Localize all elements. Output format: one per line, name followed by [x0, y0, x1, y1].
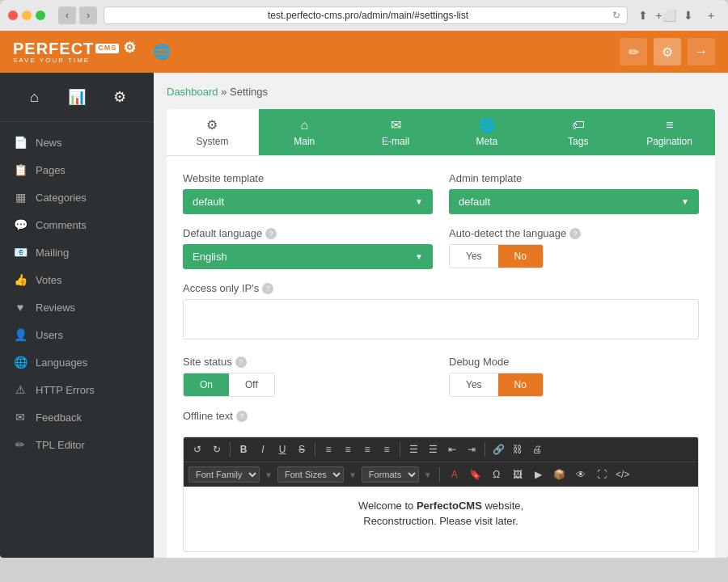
website-template-select[interactable]: default ▼: [183, 189, 433, 214]
auto-detect-group: Auto-detect the language ? Yes No: [449, 227, 699, 269]
sidebar-item-news[interactable]: 📄 News: [0, 129, 154, 156]
languages-icon: 🌐: [13, 356, 28, 369]
rte-indent-decrease-button[interactable]: ⇤: [443, 441, 461, 458]
edit-icon-button[interactable]: ✏: [620, 38, 647, 65]
rte-preview-button[interactable]: 👁: [572, 466, 590, 483]
sidebar-item-mailing[interactable]: 📧 Mailing: [0, 238, 154, 266]
breadcrumb-home-link[interactable]: Dashboard: [167, 86, 218, 98]
rte-italic-button[interactable]: I: [254, 441, 272, 458]
rte-align-right-button[interactable]: ≡: [358, 441, 376, 458]
default-language-select[interactable]: English ▼: [183, 244, 433, 269]
back-button[interactable]: ‹: [58, 6, 76, 24]
site-status-label: Site status ?: [183, 356, 433, 368]
rte-body[interactable]: Welcome to PerfectoCMS website, Reconstr…: [184, 487, 698, 551]
refresh-icon[interactable]: ↻: [612, 10, 620, 21]
rte-separator-5: [439, 467, 440, 482]
tab-pagination[interactable]: ≡ Pagination: [624, 109, 715, 155]
offline-text-info-icon[interactable]: ?: [236, 411, 248, 422]
tab-tags[interactable]: 🏷 Tags: [532, 109, 624, 155]
rte-list-ordered-button[interactable]: ☰: [424, 441, 442, 458]
sidebar-item-comments[interactable]: 💬 Comments: [0, 211, 154, 238]
admin-template-label: Admin template: [449, 172, 699, 184]
rte-flash-button[interactable]: 📦: [551, 466, 569, 483]
rte-align-center-button[interactable]: ≡: [339, 441, 357, 458]
url-bar[interactable]: test.perfecto-cms.pro/admin/main/#settin…: [104, 6, 628, 24]
tab-main[interactable]: ⌂ Main: [259, 109, 350, 155]
access-ip-textarea[interactable]: [183, 299, 699, 340]
sidebar-item-languages[interactable]: 🌐 Languages: [0, 348, 154, 376]
rte-image-button[interactable]: 🖼: [509, 466, 527, 483]
rte-underline-button[interactable]: U: [273, 441, 291, 458]
sidebar-item-reviews[interactable]: ♥ Reviews: [0, 293, 154, 321]
admin-template-group: Admin template default ▼: [449, 172, 699, 214]
main-tab-icon: ⌂: [300, 118, 308, 133]
rte-formats-select[interactable]: Formats: [362, 466, 419, 483]
chevron-down-icon-3: ▼: [415, 252, 423, 261]
forward-button[interactable]: ›: [79, 6, 97, 24]
settings-tabs: ⚙ System ⌂ Main ✉ E-mail 🌐 Meta: [167, 109, 715, 156]
logout-button[interactable]: →: [688, 38, 715, 65]
rte-bold-button[interactable]: B: [235, 441, 252, 458]
rte-unlink-button[interactable]: ⛓: [509, 441, 527, 458]
add-bookmark-button[interactable]: +: [702, 6, 720, 24]
debug-yes-button[interactable]: Yes: [450, 373, 498, 396]
sidebar-item-users[interactable]: 👤 Users: [0, 321, 154, 348]
system-tab-icon: ⚙: [206, 117, 218, 133]
rte-bookmark-button[interactable]: 🔖: [467, 466, 485, 483]
auto-detect-no-button[interactable]: No: [498, 245, 543, 268]
share-button[interactable]: ⬆: [634, 6, 652, 24]
rte-undo-button[interactable]: ↺: [188, 441, 206, 458]
site-off-button[interactable]: Off: [229, 373, 274, 396]
rte-indent-increase-button[interactable]: ⇥: [463, 441, 480, 458]
maximize-button[interactable]: [36, 11, 45, 20]
rte-source-button[interactable]: </>: [614, 466, 632, 483]
sidebar-home-button[interactable]: ⌂: [19, 82, 49, 112]
sidebar-menu: 📄 News 📋 Pages ▦ Categories 💬 Comments 📧: [0, 122, 154, 465]
tab-email[interactable]: ✉ E-mail: [350, 109, 442, 155]
sidebar-item-feedback[interactable]: ✉ Feedback: [0, 403, 154, 431]
site-on-button[interactable]: On: [184, 373, 229, 396]
globe-icon[interactable]: 🌐: [153, 43, 171, 61]
sidebar-settings-button[interactable]: ⚙: [105, 82, 134, 112]
pagination-tab-icon: ≡: [666, 118, 673, 133]
debug-no-button[interactable]: No: [498, 373, 543, 396]
sidebar-item-categories[interactable]: ▦ Categories: [0, 183, 154, 211]
sidebar-stats-button[interactable]: 📊: [62, 82, 91, 112]
rte-font-sizes-select[interactable]: Font Sizes: [277, 466, 344, 483]
sidebar-item-pages[interactable]: 📋 Pages: [0, 156, 154, 183]
tab-system[interactable]: ⚙ System: [167, 109, 259, 155]
admin-template-select[interactable]: default ▼: [449, 189, 699, 214]
minimize-button[interactable]: [22, 11, 32, 20]
download-button[interactable]: ⬇: [679, 6, 697, 24]
auto-detect-yes-button[interactable]: Yes: [450, 245, 498, 268]
rte-print-button[interactable]: 🖨: [528, 441, 546, 458]
breadcrumb: Dashboard » Settings: [167, 86, 715, 98]
tab-meta[interactable]: 🌐 Meta: [441, 109, 532, 155]
rte-align-left-button[interactable]: ≡: [320, 441, 337, 458]
site-status-info-icon[interactable]: ?: [235, 356, 247, 368]
rte-link-button[interactable]: 🔗: [489, 441, 507, 458]
rte-special-char-button[interactable]: Ω: [488, 466, 506, 483]
close-button[interactable]: [8, 11, 18, 20]
rte-strikethrough-button[interactable]: S: [293, 441, 311, 458]
feedback-icon: ✉: [13, 411, 28, 424]
rte-font-family-select[interactable]: Font Family: [188, 466, 260, 483]
access-ip-info-icon[interactable]: ?: [262, 283, 273, 294]
rte-list-unordered-button[interactable]: ☰: [404, 441, 422, 458]
rte-redo-button[interactable]: ↻: [208, 441, 226, 458]
sidebar-item-votes[interactable]: 👍 Votes: [0, 266, 154, 293]
sidebar-item-tpl-editor[interactable]: ✏ TPL Editor: [0, 431, 154, 458]
default-language-label: Default language ?: [183, 227, 433, 239]
rte-media-button[interactable]: ▶: [530, 466, 548, 483]
site-status-toggle: On Off: [183, 373, 275, 397]
rte-align-justify-button[interactable]: ≡: [378, 441, 396, 458]
rte-fullscreen-button[interactable]: ⛶: [593, 466, 611, 483]
default-language-info-icon[interactable]: ?: [265, 228, 277, 239]
auto-detect-info-icon[interactable]: ?: [569, 228, 581, 239]
new-tab-button[interactable]: +⬜: [657, 6, 675, 24]
reviews-icon: ♥: [13, 301, 28, 314]
sidebar-item-http-errors[interactable]: ⚠ HTTP Errors: [0, 376, 154, 403]
rte-color-button[interactable]: A: [446, 466, 463, 483]
comments-icon: 💬: [13, 218, 28, 231]
settings-cog-button[interactable]: ⚙: [654, 38, 681, 65]
